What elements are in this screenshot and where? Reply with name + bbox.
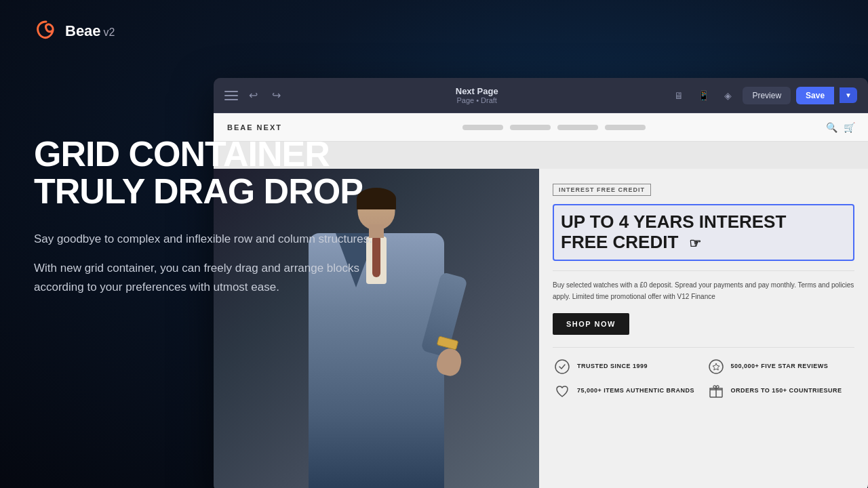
trust-item-2: 500,000+ FIVE STAR REVIEWS bbox=[707, 357, 855, 376]
star-icon bbox=[707, 357, 726, 376]
credit-badge: INTEREST FREE CREDIT bbox=[553, 184, 651, 196]
trust-text-3: 75,000+ ITEMS AUTHENTIC BRANDS bbox=[577, 386, 694, 395]
left-content-area: GRID CONTAINER TRULY DRAG DROP Say goodb… bbox=[34, 136, 387, 307]
toolbar-right: 🖥 📱 ◈ Preview Save ▼ bbox=[669, 86, 857, 105]
menu-icon[interactable] bbox=[224, 91, 238, 100]
shop-now-button[interactable]: SHOP NOW bbox=[553, 313, 629, 335]
trust-item-4: ORDERS TO 150+ COUNTRIESURE bbox=[707, 382, 855, 401]
nav-pill-3 bbox=[557, 125, 598, 130]
store-nav-links bbox=[296, 125, 812, 130]
undo-button[interactable]: ↩ bbox=[245, 87, 261, 104]
toolbar-center: Next Page Page • Draft bbox=[291, 86, 663, 104]
beae-logo-icon bbox=[34, 19, 58, 43]
credit-heading: UP TO 4 YEARS INTEREST FREE CREDIT ☞ bbox=[553, 204, 854, 261]
nav-pill-4 bbox=[605, 125, 646, 130]
cart-icon[interactable]: 🛒 bbox=[844, 122, 854, 133]
page-status: Page • Draft bbox=[456, 96, 497, 104]
trust-text-2: 500,000+ FIVE STAR REVIEWS bbox=[731, 362, 829, 371]
trust-item-1: TRUSTED SINCE 1999 bbox=[553, 357, 701, 376]
save-button[interactable]: Save bbox=[796, 87, 834, 104]
trust-text-4: ORDERS TO 150+ COUNTRIESURE bbox=[731, 386, 842, 395]
sub-text-1: Say goodbye to complex and inflexible ro… bbox=[34, 230, 387, 248]
credit-description: Buy selected watches with a £0 deposit. … bbox=[553, 270, 854, 302]
desktop-view-button[interactable]: 🖥 bbox=[669, 86, 688, 105]
cursor-icon: ☞ bbox=[689, 236, 701, 251]
store-nav-icons: 🔍 🛒 bbox=[826, 122, 854, 133]
trust-text-1: TRUSTED SINCE 1999 bbox=[577, 362, 648, 371]
layers-button[interactable]: ◈ bbox=[718, 86, 737, 105]
heart-icon bbox=[553, 382, 572, 401]
logo-text: Beaev2 bbox=[65, 22, 115, 40]
mobile-view-button[interactable]: 📱 bbox=[694, 86, 713, 105]
page-name: Next Page bbox=[456, 86, 498, 96]
search-icon[interactable]: 🔍 bbox=[826, 122, 837, 133]
credit-heading-line2: FREE CREDIT bbox=[561, 232, 678, 252]
product-panel: INTEREST FREE CREDIT UP TO 4 YEARS INTER… bbox=[539, 169, 868, 488]
store-brand: BEAE NEXT bbox=[227, 123, 282, 131]
trust-item-3: 75,000+ ITEMS AUTHENTIC BRANDS bbox=[553, 382, 701, 401]
credit-heading-line1: UP TO 4 YEARS INTEREST bbox=[561, 211, 786, 232]
sub-text-2: With new grid container, you can freely … bbox=[34, 259, 387, 296]
browser-toolbar: ↩ ↪ Next Page Page • Draft 🖥 📱 ◈ Preview… bbox=[214, 78, 868, 113]
save-dropdown-button[interactable]: ▼ bbox=[840, 87, 857, 103]
redo-button[interactable]: ↪ bbox=[268, 87, 284, 104]
nav-pill-2 bbox=[510, 125, 551, 130]
svg-point-0 bbox=[555, 360, 569, 373]
trusted-icon bbox=[553, 357, 572, 376]
svg-point-1 bbox=[709, 360, 723, 373]
trust-badges: TRUSTED SINCE 1999 500,000+ FIVE STAR RE… bbox=[553, 347, 854, 401]
gift-icon bbox=[707, 382, 726, 401]
preview-button[interactable]: Preview bbox=[743, 87, 791, 104]
main-heading: GRID CONTAINER TRULY DRAG DROP bbox=[34, 136, 387, 209]
nav-pill-1 bbox=[462, 125, 503, 130]
logo-area: Beaev2 bbox=[34, 19, 115, 43]
